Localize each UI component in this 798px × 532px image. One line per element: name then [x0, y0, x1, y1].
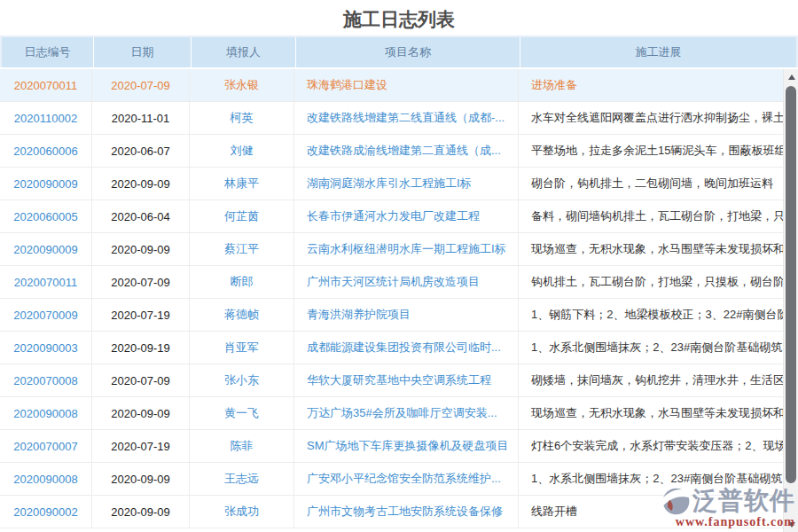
table-row[interactable]: 2020090008 2020-09-09 王志远 广安邓小平纪念馆安全防范系统… — [0, 463, 783, 496]
project-link[interactable]: 珠海鹤港口建设 — [294, 69, 519, 101]
table-row[interactable]: 2020060005 2020-06-04 何芷茵 长春市伊通河水力发电厂改建工… — [0, 200, 783, 233]
reporter-link[interactable]: 张永银 — [190, 69, 294, 101]
progress-cell: 现场巡查，无积水现象，水马围壁等未发现损坏和移 — [519, 233, 783, 265]
progress-cell: 现场巡查，无积水现象，水马围壁等未发现损坏和移 — [519, 397, 783, 429]
reporter-link[interactable]: 断郎 — [190, 266, 294, 298]
log-number-link[interactable]: 2020090008 — [0, 397, 92, 429]
project-link[interactable]: 广州市天河区统计局机房改造项目 — [294, 266, 519, 298]
date-cell: 2020-06-07 — [92, 135, 190, 167]
column-header-project-name: 项目名称 — [296, 37, 520, 67]
log-number-link[interactable]: 2020070007 — [0, 430, 92, 462]
log-number-link[interactable]: 2020060006 — [0, 135, 92, 167]
progress-cell: 平整场地，拉走多余泥土15辆泥头车，围蔽板班组进场 — [519, 135, 783, 167]
progress-cell: 进场准备 — [519, 69, 783, 101]
reporter-link[interactable]: 肖亚军 — [190, 332, 294, 364]
date-cell: 2020-07-09 — [92, 266, 190, 298]
log-number-link[interactable]: 2020090002 — [0, 496, 92, 528]
reporter-link[interactable]: 何芷茵 — [190, 200, 294, 232]
progress-cell: 灯柱6个安装完成，水系灯带安装变压器；2、现场巡 — [519, 430, 783, 462]
table-row[interactable]: 2020070011 2020-07-09 断郎 广州市天河区统计局机房改造项目… — [0, 266, 783, 299]
table-row[interactable]: 2020070007 2020-07-19 陈菲 SM广场地下车库更换摄像机及硬… — [0, 430, 783, 463]
progress-cell: 1、水系北侧围墙抹灰；2、23#南侧台阶基础砌筑、 — [519, 463, 783, 495]
progress-cell: 砌台阶，钩机排土，二包砌间墙，晚间加班运料 — [519, 168, 783, 200]
log-number-link[interactable]: 2020090009 — [0, 233, 92, 265]
reporter-link[interactable]: 蔡江平 — [190, 233, 294, 265]
reporter-link[interactable]: 刘健 — [190, 135, 294, 167]
log-number-link[interactable]: 2020060005 — [0, 200, 92, 232]
date-cell: 2020-09-19 — [92, 332, 190, 364]
date-cell: 2020-07-09 — [92, 69, 190, 101]
project-link[interactable]: 改建铁路线增建第二线直通线（成都-... — [294, 102, 519, 134]
column-header-log-number: 日志编号 — [2, 37, 94, 67]
date-cell: 2020-07-19 — [92, 430, 190, 462]
project-link[interactable]: 广州市文物考古工地安防系统设备保修 — [294, 496, 519, 528]
date-cell: 2020-09-09 — [92, 168, 190, 200]
table-row[interactable]: 2020090009 2020-09-09 林康平 湖南洞庭湖水库引水工程施工I… — [0, 168, 783, 200]
table-row[interactable]: 2020090009 2020-09-09 蔡江平 云南水利枢纽潜明水库一期工程… — [0, 233, 783, 266]
progress-cell: 1、钢筋下料；2、地梁模板校正；3、22#南侧台阶基 — [519, 299, 783, 331]
date-cell: 2020-06-04 — [92, 200, 190, 232]
table-row[interactable]: 2020110002 2020-11-01 柯英 改建铁路线增建第二线直通线（成… — [0, 102, 783, 135]
project-link[interactable]: 云南水利枢纽潜明水库一期工程施工I标 — [294, 233, 519, 265]
column-header-progress: 施工进展 — [520, 37, 796, 67]
scrollbar-thumb[interactable] — [786, 86, 796, 483]
project-link[interactable]: 成都能源建设集团投资有限公司临时... — [294, 332, 519, 364]
reporter-link[interactable]: 黄一飞 — [190, 397, 294, 429]
construction-log-page: 施工日志列表 日志编号 日期 填报人 项目名称 施工进展 2020070011 … — [0, 0, 798, 532]
table-row[interactable]: 2020070008 2020-07-09 张小东 华软大厦研究基地中央空调系统… — [0, 364, 783, 397]
project-link[interactable]: 万达广场35#会所及咖啡厅空调安装... — [294, 397, 519, 429]
progress-cell: 钩机排土，瓦工砌台阶，打地梁，只摸板，砌台阶， — [519, 266, 783, 298]
column-header-date: 日期 — [94, 37, 192, 67]
log-number-link[interactable]: 2020090008 — [0, 463, 92, 495]
log-number-link[interactable]: 2020070009 — [0, 299, 92, 331]
table-row[interactable]: 2020070009 2020-07-19 蒋德帧 青海洪湖养护院项目 1、钢筋… — [0, 299, 783, 332]
table-row[interactable]: 2020090008 2020-09-09 黄一飞 万达广场35#会所及咖啡厅空… — [0, 397, 783, 430]
log-number-link[interactable]: 2020090003 — [0, 332, 92, 364]
progress-cell: 线路开槽 — [519, 496, 783, 528]
vertical-scrollbar[interactable] — [783, 69, 798, 532]
table-row[interactable]: 2020090002 2020-09-09 张成功 广州市文物考古工地安防系统设… — [0, 496, 783, 528]
date-cell: 2020-09-09 — [92, 463, 190, 495]
reporter-link[interactable]: 林康平 — [190, 168, 294, 200]
page-title: 施工日志列表 — [0, 0, 798, 35]
project-link[interactable]: 华软大厦研究基地中央空调系统工程 — [294, 364, 519, 396]
project-link[interactable]: 青海洪湖养护院项目 — [294, 299, 519, 331]
log-number-link[interactable]: 2020070008 — [0, 364, 92, 396]
reporter-link[interactable]: 张成功 — [190, 496, 294, 528]
project-link[interactable]: 改建铁路成渝线增建第二直通线（成... — [294, 135, 519, 167]
log-number-link[interactable]: 2020090009 — [0, 168, 92, 200]
scroll-up-arrow-icon[interactable] — [784, 69, 798, 84]
table-body: 2020070011 2020-07-09 张永银 珠海鹤港口建设 进场准备 2… — [0, 67, 798, 532]
reporter-link[interactable]: 张小东 — [190, 364, 294, 396]
project-link[interactable]: 广安邓小平纪念馆安全防范系统维护... — [294, 463, 519, 495]
progress-cell: 砌矮墙，抹间墙灰，钩机挖井，清理水井，生活区基 — [519, 364, 783, 396]
column-header-reporter: 填报人 — [192, 37, 296, 67]
progress-cell: 备料，砌间墙钩机排土，瓦工砌台阶，打地梁，只摆 — [519, 200, 783, 232]
scroll-down-arrow-icon[interactable] — [784, 517, 798, 532]
table-row[interactable]: 2020070011 2020-07-09 张永银 珠海鹤港口建设 进场准备 — [0, 69, 783, 102]
table-row[interactable]: 2020090003 2020-09-19 肖亚军 成都能源建设集团投资有限公司… — [0, 332, 783, 364]
progress-cell: 水车对全线遮阳网覆盖点进行洒水抑制扬尘，裸土覆盖 — [519, 102, 783, 134]
date-cell: 2020-07-09 — [92, 364, 190, 396]
reporter-link[interactable]: 柯英 — [190, 102, 294, 134]
date-cell: 2020-11-01 — [92, 102, 190, 134]
project-link[interactable]: SM广场地下车库更换摄像机及硬盘项目 — [294, 430, 519, 462]
log-number-link[interactable]: 2020070011 — [0, 69, 92, 101]
date-cell: 2020-07-19 — [92, 299, 190, 331]
reporter-link[interactable]: 蒋德帧 — [190, 299, 294, 331]
project-link[interactable]: 湖南洞庭湖水库引水工程施工I标 — [294, 168, 519, 200]
date-cell: 2020-09-09 — [92, 397, 190, 429]
progress-cell: 1、水系北侧围墙抹灰；2、23#南侧台阶基础砌筑； — [519, 332, 783, 364]
project-link[interactable]: 长春市伊通河水力发电厂改建工程 — [294, 200, 519, 232]
date-cell: 2020-09-09 — [92, 496, 190, 528]
table-header-row: 日志编号 日期 填报人 项目名称 施工进展 — [0, 35, 798, 67]
date-cell: 2020-09-09 — [92, 233, 190, 265]
log-number-link[interactable]: 2020110002 — [0, 102, 92, 134]
reporter-link[interactable]: 王志远 — [190, 463, 294, 495]
log-number-link[interactable]: 2020070011 — [0, 266, 92, 298]
table-row[interactable]: 2020060006 2020-06-07 刘健 改建铁路成渝线增建第二直通线（… — [0, 135, 783, 168]
reporter-link[interactable]: 陈菲 — [190, 430, 294, 462]
